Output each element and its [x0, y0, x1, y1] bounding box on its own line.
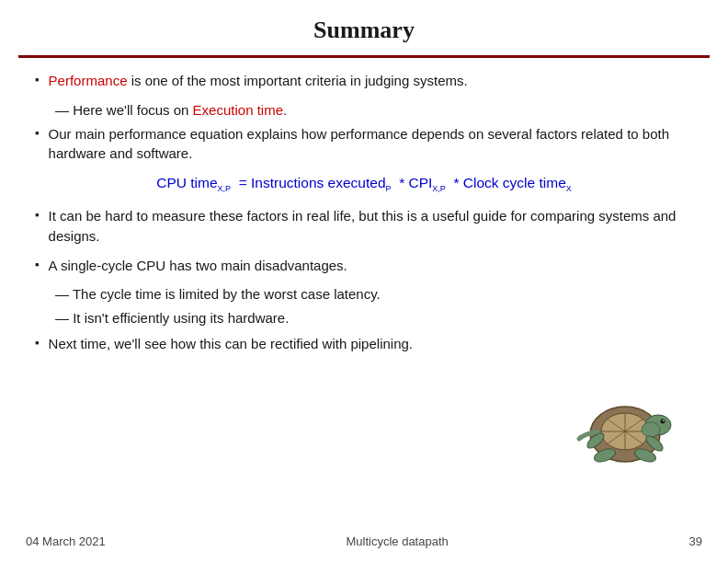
eq-sub-x: X [566, 184, 572, 193]
eq-sub-xp1: X,P [218, 184, 232, 193]
bullet-item-4: ▪ A single-cycle CPU has two main disadv… [35, 256, 693, 276]
bullet-icon-3: ▪ [35, 208, 40, 222]
execution-time-highlight: Execution time [193, 102, 283, 118]
turtle-svg [570, 384, 689, 476]
bullet-item-2: ▪ Our main performance equation explains… [35, 124, 693, 165]
footer-subtitle: Multicycle datapath [346, 534, 448, 548]
sub-bullet-1-text: — Here we'll focus on Execution time. [55, 100, 287, 121]
bullet-item-5: ▪ Next time, we'll see how this can be r… [35, 334, 693, 354]
slide-header: Summary [0, 0, 728, 50]
footer-date: 04 March 2021 [26, 534, 106, 548]
bullet-icon-1: ▪ [35, 73, 40, 86]
bullet-text-4: A single-cycle CPU has two main disadvan… [49, 256, 347, 276]
bullet-item-3: ▪ It can be hard to measure these factor… [35, 206, 693, 247]
bullet-text-5: Next time, we'll see how this can be rec… [49, 334, 413, 354]
bullet-text-1: Performance is one of the most important… [49, 71, 468, 91]
svg-point-7 [661, 419, 665, 424]
slide-footer: 04 March 2021 Multicycle datapath 39 [0, 534, 728, 548]
sub-bullet-1: — Here we'll focus on Execution time. [55, 100, 693, 121]
bullet-1-text: is one of the most important criteria in… [131, 73, 468, 88]
turtle-illustration [570, 384, 689, 476]
equation: CPU timeX,P = Instructions executedP * C… [156, 175, 572, 190]
sub-bullet-4a-text: — The cycle time is limited by the worst… [55, 284, 381, 304]
svg-point-9 [642, 422, 660, 437]
slide-title: Summary [0, 17, 728, 44]
bullet-icon-5: ▪ [35, 336, 40, 350]
performance-highlight: Performance [49, 73, 128, 88]
equation-box: CPU timeX,P = Instructions executedP * C… [35, 175, 693, 193]
footer-page: 39 [689, 534, 702, 548]
slide-content: ▪ Performance is one of the most importa… [0, 58, 728, 354]
bullet-icon-4: ▪ [35, 258, 40, 271]
sub-bullet-4b-text: — It isn't efficiently using its hardwar… [55, 308, 289, 328]
bullet-text-3: It can be hard to measure these factors … [49, 206, 693, 247]
bullet-item-1: ▪ Performance is one of the most importa… [35, 71, 693, 91]
svg-point-8 [663, 420, 664, 421]
eq-sub-p: P [386, 184, 392, 193]
sub-bullet-4a: — The cycle time is limited by the worst… [55, 284, 693, 304]
bullet-text-2: Our main performance equation explains h… [49, 124, 693, 165]
slide: Summary ▪ Performance is one of the most… [0, 0, 728, 563]
bullet-icon-2: ▪ [35, 126, 40, 140]
sub-bullet-4b: — It isn't efficiently using its hardwar… [55, 308, 693, 328]
eq-sub-xp2: X,P [432, 184, 446, 193]
